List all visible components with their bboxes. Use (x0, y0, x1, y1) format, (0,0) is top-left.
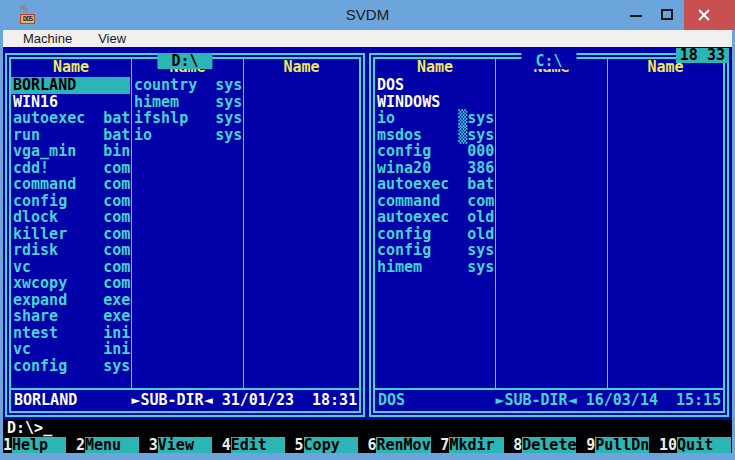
right-panel-column-2: Name (496, 59, 608, 388)
file-row[interactable]: dlock com (11, 209, 131, 226)
command-prompt: D:\> (7, 419, 43, 437)
svdm-window: { "window": { "title": "SVDM", "menu_ite… (0, 0, 735, 460)
file-row[interactable]: country sys (132, 77, 243, 94)
column-header[interactable]: Name (11, 59, 131, 77)
clock: 18 33 (676, 48, 729, 63)
file-list: BORLAND WIN16 autoexec batrun batvga_min… (11, 77, 131, 374)
function-key-number: 6 (367, 437, 376, 453)
function-key-label: Help (12, 437, 66, 453)
window-controls (620, 0, 735, 30)
function-key-bar: 1Help 2Menu 3View 4Edit 5Copy 6RenMov7Mk… (3, 437, 732, 453)
file-row[interactable]: autoexec bat (375, 176, 495, 193)
file-row[interactable]: ntest ini (11, 325, 131, 342)
file-row[interactable]: config sys (375, 242, 495, 259)
function-key-number: 3 (149, 437, 158, 453)
file-row[interactable]: autoexec old (375, 209, 495, 226)
file-row[interactable]: rdisk com (11, 242, 131, 259)
file-row[interactable]: config com (11, 193, 131, 210)
directory-row[interactable]: WIN16 (11, 94, 131, 111)
function-key-1[interactable]: 1Help (3, 437, 76, 453)
file-list: DOS WINDOWS io ▒sysmsdos ▒sysconfig 000w… (375, 77, 495, 275)
function-key-3[interactable]: 3View (149, 437, 222, 453)
file-row[interactable]: ifshlp sys (132, 110, 243, 127)
function-key-8[interactable]: 8Delete (513, 437, 586, 453)
function-key-label: Quit (677, 437, 731, 453)
close-button[interactable] (684, 0, 735, 30)
left-panel-status: BORLAND ►SUB-DIR◄ 31/01/23 18:31 (11, 390, 359, 411)
function-key-9[interactable]: 9PullDn (586, 437, 659, 453)
minimize-button[interactable] (620, 0, 652, 30)
file-row[interactable]: vc com (11, 259, 131, 276)
function-key-number: 7 (440, 437, 449, 453)
function-key-number: 2 (76, 437, 85, 453)
titlebar: MS DOS SVDM (0, 0, 735, 30)
text-cursor: _ (43, 419, 52, 437)
file-row[interactable]: share exe (11, 308, 131, 325)
right-panel: C:\ Name DOS WINDOWS io ▒sysmsdos ▒sysco… (369, 53, 729, 417)
function-key-number: 4 (222, 437, 231, 453)
function-key-10[interactable]: 10Quit (659, 437, 732, 453)
function-key-label: Menu (85, 437, 139, 453)
function-key-label: RenMov (376, 437, 430, 453)
file-row[interactable]: himem sys (375, 259, 495, 276)
function-key-label: Delete (522, 437, 576, 453)
function-key-number: 10 (659, 437, 677, 453)
function-key-number: 8 (513, 437, 522, 453)
function-key-number: 5 (295, 437, 304, 453)
menu-item-view[interactable]: View (98, 31, 126, 46)
file-row[interactable]: expand exe (11, 292, 131, 309)
function-key-4[interactable]: 4Edit (222, 437, 295, 453)
column-header[interactable]: Name (375, 59, 495, 77)
command-line[interactable]: D:\>_ (3, 420, 732, 437)
file-row[interactable]: config sys (11, 358, 131, 375)
right-drive-label[interactable]: C:\ (521, 53, 576, 69)
file-row[interactable]: killer com (11, 226, 131, 243)
directory-row[interactable]: DOS (375, 77, 495, 94)
left-panel-column-3: Name (244, 59, 359, 388)
maximize-icon (661, 9, 673, 20)
function-key-5[interactable]: 5Copy (295, 437, 368, 453)
file-row[interactable]: cdd! com (11, 160, 131, 177)
right-panel-column-1: Name DOS WINDOWS io ▒sysmsdos ▒sysconfig… (375, 59, 496, 388)
function-key-label: PullDn (595, 437, 649, 453)
left-drive-label[interactable]: D:\ (157, 53, 212, 69)
function-key-6[interactable]: 6RenMov (367, 437, 440, 453)
menu-bar: Machine View (3, 30, 732, 47)
file-row[interactable]: msdos ▒sys (375, 127, 495, 144)
right-panel-column-3: Name (608, 59, 723, 388)
file-row[interactable]: vc ini (11, 341, 131, 358)
function-key-number: 9 (586, 437, 595, 453)
function-key-label: Copy (304, 437, 358, 453)
left-panel-column-1: Name BORLAND WIN16 autoexec batrun batvg… (11, 59, 132, 388)
directory-row[interactable]: WINDOWS (375, 94, 495, 111)
file-row[interactable]: io ▒sys (375, 110, 495, 127)
maximize-button[interactable] (652, 0, 684, 30)
file-row[interactable]: command com (11, 176, 131, 193)
file-row[interactable]: io sys (132, 127, 243, 144)
function-key-2[interactable]: 2Menu (76, 437, 149, 453)
left-panel: D:\ Name BORLAND WIN16 autoexec batrun b… (5, 53, 365, 417)
function-key-7[interactable]: 7Mkdir (440, 437, 513, 453)
file-row[interactable]: config old (375, 226, 495, 243)
file-row[interactable]: xwcopy com (11, 275, 131, 292)
file-row[interactable]: config 000 (375, 143, 495, 160)
function-key-label: Mkdir (449, 437, 503, 453)
column-header[interactable]: Name (244, 59, 359, 77)
menu-item-machine[interactable]: Machine (23, 31, 72, 46)
function-key-label: View (158, 437, 212, 453)
file-row[interactable]: run bat (11, 127, 131, 144)
file-row[interactable]: command com (375, 193, 495, 210)
function-key-label: Edit (231, 437, 285, 453)
minimize-icon (630, 15, 642, 17)
dos-screen: 18 33 D:\ Name BORLAND WIN16 autoexec ba… (3, 47, 732, 453)
file-row[interactable]: wina20 386 (375, 160, 495, 177)
file-row[interactable]: vga_min bin (11, 143, 131, 160)
file-list: country syshimem sysifshlp sysio sys (132, 77, 243, 143)
directory-row[interactable]: BORLAND (11, 77, 130, 94)
function-key-number: 1 (3, 437, 12, 453)
file-row[interactable]: autoexec bat (11, 110, 131, 127)
file-row[interactable]: himem sys (132, 94, 243, 111)
left-panel-column-2: Name country syshimem sysifshlp sysio sy… (132, 59, 244, 388)
right-panel-status: DOS ►SUB-DIR◄ 16/03/14 15:15 (375, 390, 723, 411)
